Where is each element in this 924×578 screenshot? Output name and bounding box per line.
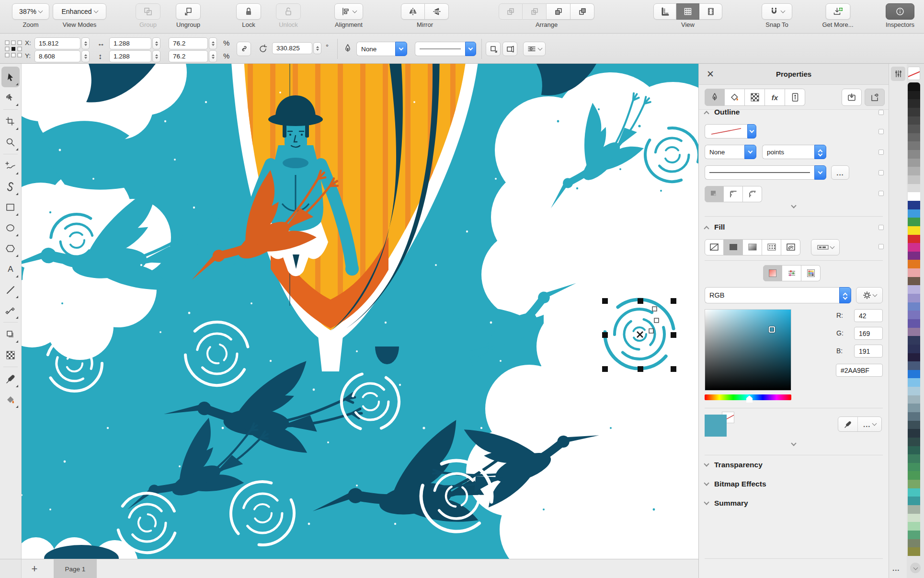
palette-swatch[interactable]	[908, 159, 920, 167]
mirror-vertical-button[interactable]	[425, 3, 449, 20]
palette-swatch[interactable]	[908, 497, 920, 505]
palette-no-color-swatch[interactable]	[908, 67, 920, 80]
current-fill-swatch[interactable]	[705, 415, 727, 437]
scale-width-input[interactable]: 76.2	[169, 37, 208, 49]
g-input[interactable]: 169	[854, 327, 883, 340]
outline-width-checkbox[interactable]	[878, 150, 884, 155]
palette-swatch[interactable]	[908, 488, 920, 497]
fill-section-header[interactable]: Fill	[705, 223, 725, 231]
palette-swatch[interactable]	[908, 277, 920, 286]
transparency-section-header[interactable]: Transparency	[705, 461, 763, 469]
tool-crop[interactable]	[1, 111, 20, 132]
tab-summary[interactable]	[785, 89, 805, 106]
page-border-button[interactable]	[699, 3, 722, 20]
rotation-stepper[interactable]	[313, 42, 321, 54]
palette-swatch[interactable]	[908, 378, 920, 387]
r-input[interactable]: 42	[854, 309, 883, 322]
palette-swatch[interactable]	[908, 505, 920, 514]
palette-overflow-button[interactable]: ...	[892, 564, 900, 572]
palette-swatch[interactable]	[908, 294, 920, 302]
fill-special-dropdown[interactable]	[811, 239, 840, 255]
tool-text[interactable]: A	[1, 259, 20, 279]
mirror-horizontal-button[interactable]	[401, 3, 425, 20]
ungroup-button[interactable]	[176, 3, 201, 20]
palette-swatch[interactable]	[908, 429, 920, 438]
outline-line-style-dropdown[interactable]	[705, 165, 826, 180]
palette-swatch[interactable]	[908, 311, 920, 319]
palette-swatch[interactable]	[908, 99, 920, 108]
tool-artistic-media[interactable]	[1, 176, 20, 197]
fill-solid-button[interactable]	[724, 239, 743, 255]
pin-panel-button[interactable]	[865, 89, 885, 106]
tab-fill[interactable]	[725, 89, 745, 106]
palette-swatch[interactable]	[908, 539, 920, 548]
palette-swatch[interactable]	[908, 480, 920, 488]
page-tab[interactable]: Page 1	[54, 559, 97, 578]
palette-swatch[interactable]	[908, 463, 920, 472]
fill-type-checkbox[interactable]	[878, 244, 884, 249]
lock-button[interactable]	[236, 3, 261, 20]
outline-style-checkbox[interactable]	[878, 170, 884, 175]
color-model-dropdown[interactable]: RGB	[705, 287, 851, 303]
outline-color-dropdown[interactable]	[705, 124, 756, 139]
outline-width-panel-dropdown[interactable]: None	[705, 145, 756, 159]
palette-swatch[interactable]	[908, 133, 920, 142]
fill-pattern-button[interactable]	[762, 239, 781, 255]
palette-swatch[interactable]	[908, 218, 920, 226]
palette-swatch[interactable]	[908, 370, 920, 379]
tool-drop-shadow[interactable]	[1, 324, 20, 345]
summary-section-header[interactable]: Summary	[705, 499, 748, 508]
alignment-dropdown[interactable]	[334, 3, 363, 20]
palette-swatch[interactable]	[908, 201, 920, 209]
outline-settings-button[interactable]: ...	[831, 165, 849, 180]
outline-color-checkbox[interactable]	[878, 129, 884, 134]
palette-swatch[interactable]	[908, 285, 920, 294]
palette-swatch[interactable]	[908, 167, 920, 175]
palette-swatch[interactable]	[908, 175, 920, 184]
tool-connector[interactable]	[1, 300, 20, 321]
snap-to-dropdown[interactable]	[762, 3, 792, 20]
corner-round-button[interactable]	[724, 186, 743, 202]
scale-outline-button[interactable]	[486, 42, 501, 56]
fill-texture-button[interactable]	[781, 239, 800, 255]
palette-swatch[interactable]	[908, 522, 920, 531]
rotation-input[interactable]: 330.825	[272, 42, 312, 54]
palette-swatch[interactable]	[908, 226, 920, 235]
width-input[interactable]: 1.288	[109, 37, 151, 49]
palette-swatch[interactable]	[908, 116, 920, 125]
corner-bevel-button[interactable]	[743, 186, 762, 202]
palette-swatch[interactable]	[908, 438, 920, 446]
fill-lock-checkbox[interactable]	[878, 225, 884, 230]
palette-swatch[interactable]	[908, 319, 920, 328]
palette-swatch[interactable]	[908, 328, 920, 336]
grid-button[interactable]	[676, 3, 699, 20]
palette-swatch[interactable]	[908, 353, 920, 362]
zoom-dropdown[interactable]: 387%	[12, 3, 49, 20]
eyedropper-icon[interactable]	[838, 417, 858, 431]
tool-shape[interactable]	[1, 87, 20, 108]
y-stepper[interactable]	[81, 50, 90, 62]
outline-section-header[interactable]: Outline	[705, 108, 740, 116]
more-options-control[interactable]: ...	[858, 417, 881, 431]
panel-options-button[interactable]	[891, 67, 905, 81]
add-page-button[interactable]: +	[25, 559, 44, 578]
tool-line[interactable]	[1, 279, 20, 300]
outline-width-dropdown[interactable]: None	[356, 42, 407, 56]
color-palette-button[interactable]	[801, 265, 821, 281]
palette-swatch[interactable]	[908, 209, 920, 218]
tab-transparency[interactable]	[745, 89, 765, 106]
palette-swatch[interactable]	[908, 235, 920, 243]
view-modes-dropdown[interactable]: Enhanced	[53, 3, 106, 20]
fill-expand-control[interactable]	[699, 443, 889, 445]
tool-polygon[interactable]	[1, 238, 20, 259]
object-properties-dropdown[interactable]	[523, 42, 546, 56]
width-stepper[interactable]	[152, 37, 160, 49]
palette-swatch[interactable]	[908, 91, 920, 100]
inspectors-button[interactable]	[886, 3, 914, 20]
color-sliders-button[interactable]	[782, 265, 801, 281]
outline-lock-checkbox[interactable]	[878, 110, 884, 115]
palette-swatch[interactable]	[908, 345, 920, 353]
color-options-dropdown[interactable]	[856, 287, 883, 303]
height-stepper[interactable]	[152, 50, 160, 62]
palette-swatch[interactable]	[908, 268, 920, 277]
